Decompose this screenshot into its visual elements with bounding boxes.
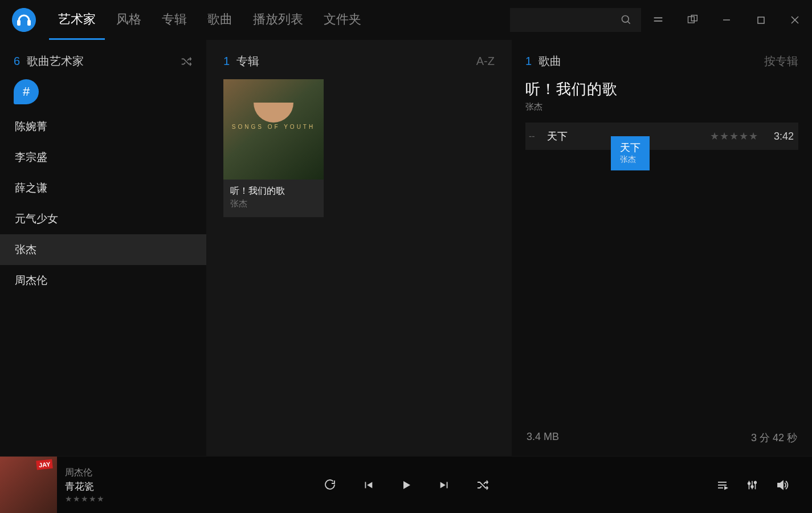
svg-point-2	[622, 16, 629, 23]
tooltip-title: 天下	[620, 141, 640, 154]
now-playing-rating[interactable]: ★★★★★	[65, 494, 105, 503]
layout-icon[interactable]	[675, 9, 709, 31]
tooltip-artist: 张杰	[620, 154, 640, 165]
songs-sort[interactable]: 按专辑	[764, 54, 798, 69]
song-count: 1	[525, 55, 532, 68]
index-badge[interactable]: #	[14, 79, 39, 104]
nav-tab-5[interactable]: 文件夹	[315, 1, 370, 40]
song-duration: 3:42	[758, 131, 798, 142]
artist-item[interactable]: 李宗盛	[0, 142, 206, 173]
search-icon	[621, 14, 632, 26]
svg-point-19	[751, 485, 753, 487]
albums-sort[interactable]: A-Z	[476, 55, 495, 68]
menu-icon[interactable]	[641, 9, 675, 31]
nav-tab-4[interactable]: 播放列表	[244, 1, 312, 40]
album-cover: SONGS OF YOUTH	[223, 79, 324, 180]
queue-button[interactable]	[715, 478, 729, 492]
artist-item[interactable]: 元气少女	[0, 203, 206, 234]
artist-item[interactable]: 张杰	[0, 234, 206, 265]
nav-tab-2[interactable]: 专辑	[153, 1, 196, 40]
song-rating[interactable]: ★★★★★	[710, 130, 758, 142]
play-button[interactable]	[399, 478, 413, 492]
songs-section-title: 歌曲	[538, 54, 561, 69]
previous-button[interactable]	[362, 479, 374, 491]
search-input[interactable]	[510, 8, 641, 32]
nav-tab-0[interactable]: 艺术家	[49, 1, 105, 40]
nav-tab-3[interactable]: 歌曲	[198, 1, 242, 40]
app-logo[interactable]	[9, 5, 39, 35]
current-album-artist: 张杰	[525, 101, 798, 112]
artist-item[interactable]: 薛之谦	[0, 173, 206, 203]
next-button[interactable]	[438, 479, 451, 491]
song-tooltip: 天下 张杰	[611, 136, 650, 170]
svg-rect-1	[27, 20, 31, 26]
current-album-title: 听！我们的歌	[525, 79, 798, 99]
svg-point-18	[748, 482, 750, 484]
volume-button[interactable]	[776, 478, 789, 492]
close-button[interactable]	[778, 9, 812, 31]
now-playing-cover[interactable]: JAY	[0, 457, 57, 514]
artist-item[interactable]: 陈婉菁	[0, 111, 206, 142]
now-playing-title[interactable]: 青花瓷	[65, 480, 105, 493]
equalizer-button[interactable]	[746, 479, 758, 491]
album-artist: 张杰	[230, 198, 317, 209]
svg-rect-0	[17, 20, 21, 26]
minimize-button[interactable]	[709, 9, 744, 31]
shuffle-icon[interactable]	[180, 55, 193, 68]
album-size: 3.4 MB	[527, 431, 559, 445]
maximize-button[interactable]	[744, 9, 778, 31]
svg-line-3	[628, 22, 630, 24]
album-title: 听！我们的歌	[230, 185, 317, 197]
album-cover-text: SONGS OF YOUTH	[232, 124, 315, 130]
now-playing-badge: JAY	[36, 459, 53, 470]
song-row[interactable]: -- 天下 ★★★★★ 3:42	[525, 123, 798, 150]
album-count: 1	[223, 55, 230, 68]
now-playing-artist[interactable]: 周杰伦	[65, 467, 105, 479]
albums-section-title: 专辑	[236, 54, 259, 69]
shuffle-button[interactable]	[476, 478, 489, 492]
song-track: --	[529, 131, 547, 141]
repeat-button[interactable]	[323, 478, 337, 492]
artists-section-title: 歌曲艺术家	[27, 54, 84, 69]
album-card[interactable]: SONGS OF YOUTH 听！我们的歌 张杰	[223, 79, 324, 217]
nav-tab-1[interactable]: 风格	[107, 1, 150, 40]
artist-item[interactable]: 周杰伦	[0, 265, 206, 296]
svg-rect-9	[758, 17, 764, 23]
album-total-duration: 3 分 42 秒	[751, 431, 797, 445]
svg-point-20	[754, 481, 757, 483]
song-title: 天下	[547, 129, 568, 143]
artist-count: 6	[14, 55, 20, 68]
